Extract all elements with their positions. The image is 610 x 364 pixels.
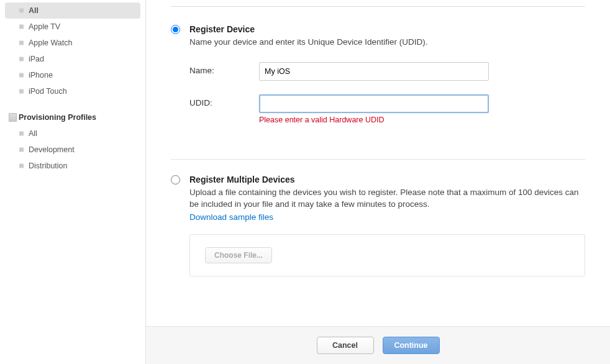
sidebar-item-label: Apple Watch — [29, 39, 72, 47]
sidebar-item-iphone[interactable]: iPhone — [0, 67, 145, 83]
udid-error: Please enter a valid Hardware UDID — [259, 116, 489, 124]
sidebar-item-apple-tv[interactable]: Apple TV — [0, 19, 145, 35]
register-device-option: Register Device Name your device and ent… — [171, 24, 585, 124]
sidebar-item-prov-development[interactable]: Development — [0, 142, 145, 158]
footer: Cancel Continue — [146, 326, 610, 364]
name-label: Name: — [189, 62, 259, 75]
sidebar-section-provisioning: Provisioning Profiles — [0, 109, 145, 125]
sidebar-item-all[interactable]: All — [5, 2, 140, 19]
section-divider — [171, 159, 585, 160]
sidebar-item-ipod-touch[interactable]: iPod Touch — [0, 83, 145, 99]
continue-button[interactable]: Continue — [383, 337, 440, 354]
register-device-radio[interactable] — [171, 25, 180, 34]
sidebar-item-label: iPhone — [29, 71, 53, 80]
sidebar-item-prov-distribution[interactable]: Distribution — [0, 158, 145, 174]
sidebar-item-apple-watch[interactable]: Apple Watch — [0, 35, 145, 51]
sidebar-item-ipad[interactable]: iPad — [0, 51, 145, 67]
download-sample-link[interactable]: Download sample files — [189, 212, 273, 222]
sidebar-item-prov-all[interactable]: All — [0, 125, 145, 142]
main-content: Register Device Name your device and ent… — [146, 0, 610, 364]
register-device-title: Register Device — [189, 24, 585, 34]
register-multiple-radio[interactable] — [171, 175, 180, 184]
udid-label: UDID: — [189, 94, 259, 107]
sidebar-item-label: All — [29, 6, 39, 15]
sidebar-item-label: All — [29, 129, 37, 138]
top-divider — [171, 6, 585, 7]
sidebar-item-label: Distribution — [29, 162, 68, 170]
register-multiple-desc: Upload a file containing the devices you… — [189, 186, 585, 211]
choose-file-button[interactable]: Choose File... — [205, 247, 272, 263]
sidebar-item-label: Apple TV — [29, 22, 60, 31]
sidebar: All Apple TV Apple Watch iPad iPhone iPo… — [0, 0, 146, 364]
sidebar-item-label: iPod Touch — [29, 87, 67, 96]
name-input[interactable] — [259, 62, 489, 81]
register-multiple-option: Register Multiple Devices Upload a file … — [171, 175, 585, 276]
upload-box: Choose File... — [189, 234, 585, 276]
register-multiple-title: Register Multiple Devices — [189, 175, 585, 184]
cancel-button[interactable]: Cancel — [317, 337, 374, 354]
sidebar-item-label: Development — [29, 145, 75, 154]
register-device-desc: Name your device and enter its Unique De… — [189, 36, 585, 48]
sidebar-item-label: iPad — [29, 55, 44, 63]
udid-input[interactable] — [259, 94, 489, 113]
